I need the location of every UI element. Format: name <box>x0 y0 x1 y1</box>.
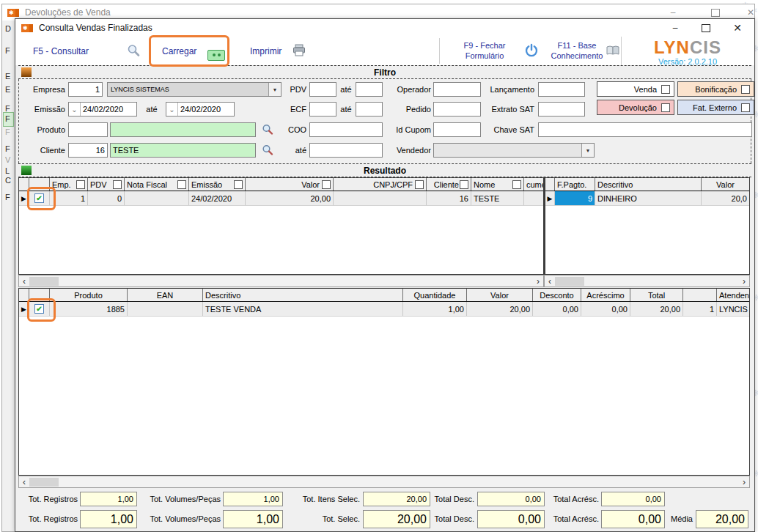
items-row[interactable]: ▶ ✔ 1885 TESTE VENDA 1,00 20,00 0,00 0,0… <box>19 302 749 317</box>
print-button[interactable]: Imprimir <box>250 37 282 65</box>
scrollbar-thumb[interactable] <box>29 277 59 286</box>
extrato-sat-input[interactable] <box>538 102 585 117</box>
load-button[interactable]: Carregar <box>162 37 196 65</box>
chevron-down-icon[interactable]: ▼ <box>581 144 594 157</box>
consult-button[interactable]: F5 - Consultar <box>33 37 89 65</box>
pdv-from-input[interactable] <box>309 82 336 97</box>
parent-close-button[interactable]: ✕ <box>743 7 758 18</box>
col-produto[interactable]: Produto <box>50 289 128 301</box>
maximize-button[interactable] <box>699 22 713 34</box>
column-filter-checkbox[interactable] <box>177 180 186 189</box>
scroll-left-icon[interactable]: ‹ <box>19 276 29 287</box>
fat-externo-checkbox[interactable] <box>741 103 750 112</box>
col-quantidade[interactable]: Quantidade <box>403 289 467 301</box>
column-filter-checkbox[interactable] <box>512 180 521 189</box>
close-form-button[interactable]: F9 - FecharFormulário <box>448 40 521 61</box>
empresa-code-input[interactable]: 1 <box>68 82 103 97</box>
col-item-valor[interactable]: Valor <box>467 289 533 301</box>
devolucao-type-box[interactable]: Devolução <box>597 100 674 115</box>
col-total[interactable]: Total <box>630 289 683 301</box>
coo-input[interactable] <box>309 122 383 137</box>
scroll-right-icon[interactable]: › <box>533 276 543 287</box>
emissao-from-input[interactable]: ⌄24/02/2020 <box>68 102 137 117</box>
scroll-left-icon[interactable]: ‹ <box>545 276 555 287</box>
column-filter-checkbox[interactable] <box>234 180 243 189</box>
items-row-select[interactable]: ✔ <box>29 302 50 316</box>
cliente-name-input[interactable]: TESTE <box>110 143 256 158</box>
col-descritivo[interactable]: Descritivo <box>595 178 702 191</box>
column-filter-checkbox[interactable] <box>76 180 85 189</box>
items-grid[interactable]: Produto EAN Descritivo Quantidade Valor … <box>18 288 750 476</box>
coo-ate-input[interactable] <box>309 143 383 158</box>
col-cliente[interactable]: Cliente <box>427 178 471 191</box>
payment-grid-hscrollbar[interactable]: ‹ › <box>544 275 750 287</box>
column-filter-checkbox[interactable] <box>415 180 424 189</box>
payment-grid[interactable]: F.Pagto. Descritivo Valor ▶ 9 DINHEIRO 2… <box>544 177 750 275</box>
sales-row[interactable]: ▶ ✔ 1 0 24/02/2020 20,00 16 TESTE <box>19 191 543 206</box>
col-cnpj-cpf[interactable]: CNPJ/CPF <box>334 178 427 191</box>
col-pdv[interactable]: PDV <box>88 178 125 191</box>
close-button[interactable]: ✕ <box>730 22 745 34</box>
column-filter-checkbox[interactable] <box>460 180 468 189</box>
column-filter-checkbox[interactable] <box>113 180 122 189</box>
col-pay-valor[interactable]: Valor <box>702 178 749 191</box>
checked-checkbox[interactable]: ✔ <box>34 193 44 203</box>
empresa-select[interactable]: LYNCIS SISTEMAS▼ <box>107 82 282 97</box>
col-nome[interactable]: Nome <box>471 178 524 191</box>
parent-maximize-button[interactable] <box>708 7 723 18</box>
book-icon <box>606 45 619 59</box>
bonificacao-type-box[interactable]: Bonificação <box>677 81 754 97</box>
sales-grid[interactable]: Emp. PDV Nota Fiscal Emissão Valor CNPJ/… <box>18 177 544 275</box>
col-nota-fiscal[interactable]: Nota Fiscal <box>125 178 189 191</box>
col-ean[interactable]: EAN <box>128 289 203 301</box>
scroll-right-icon[interactable]: › <box>739 276 749 287</box>
sales-grid-hscrollbar[interactable]: ‹ › <box>18 275 544 287</box>
scroll-left-icon[interactable]: ‹ <box>19 477 29 487</box>
scrollbar-thumb[interactable] <box>29 478 59 487</box>
produto-search-icon[interactable] <box>262 124 274 136</box>
venda-type-box[interactable]: Venda <box>597 81 674 97</box>
devolucao-checkbox[interactable] <box>661 103 670 112</box>
ecf-from-input[interactable] <box>309 102 336 117</box>
vendedor-select[interactable]: ▼ <box>433 143 595 158</box>
chevron-down-icon[interactable]: ▼ <box>268 83 281 96</box>
col-seq[interactable] <box>683 289 717 301</box>
parent-minimize-button[interactable]: – <box>666 7 680 18</box>
select-column-header[interactable] <box>29 289 50 301</box>
venda-checkbox[interactable] <box>661 85 670 94</box>
items-grid-hscrollbar[interactable]: ‹ › <box>18 476 750 488</box>
col-desconto[interactable]: Desconto <box>533 289 581 301</box>
bonificacao-checkbox[interactable] <box>741 85 750 94</box>
col-emp[interactable]: Emp. <box>50 178 88 191</box>
produto-code-input[interactable] <box>68 122 108 137</box>
cliente-code-input[interactable]: 16 <box>68 143 108 158</box>
col-atendente[interactable]: Atendente <box>717 289 749 301</box>
col-valor[interactable]: Valor <box>246 178 334 191</box>
produto-name-input[interactable] <box>110 122 256 137</box>
fat-externo-type-box[interactable]: Fat. Externo <box>677 100 754 115</box>
col-fpagto[interactable]: F.Pagto. <box>555 178 595 191</box>
col-emissao[interactable]: Emissão <box>189 178 246 191</box>
scroll-right-icon[interactable]: › <box>739 477 749 487</box>
select-column-header[interactable] <box>29 178 50 191</box>
chevron-down-icon[interactable]: ⌄ <box>166 103 178 116</box>
lancamento-input[interactable] <box>538 82 585 97</box>
emissao-to-input[interactable]: ⌄24/02/2020 <box>166 102 235 117</box>
checked-checkbox[interactable]: ✔ <box>34 304 44 314</box>
cliente-search-icon[interactable] <box>262 144 274 157</box>
column-filter-checkbox[interactable] <box>322 180 331 189</box>
payment-row[interactable]: ▶ 9 DINHEIRO 20,0 <box>545 191 749 206</box>
knowledge-base-button[interactable]: F11 - BaseConhecimento <box>542 40 612 61</box>
cell-fpagto[interactable]: 9 <box>555 191 595 205</box>
row-marker-icon: ▶ <box>545 191 555 205</box>
col-item-descritivo[interactable]: Descritivo <box>203 289 403 301</box>
col-documento[interactable]: cumen <box>524 178 543 191</box>
sales-row-select[interactable]: ✔ <box>29 191 50 205</box>
minimize-button[interactable]: – <box>668 22 682 34</box>
chave-sat-input[interactable] <box>538 122 752 137</box>
total-desc-label: Total Desc. <box>433 492 474 506</box>
col-acrescimo[interactable]: Acréscimo <box>581 289 630 301</box>
chevron-down-icon[interactable]: ⌄ <box>69 103 81 116</box>
tot-registros2-label: Tot. Registros <box>21 511 78 526</box>
scrollbar-thumb[interactable] <box>555 277 584 286</box>
